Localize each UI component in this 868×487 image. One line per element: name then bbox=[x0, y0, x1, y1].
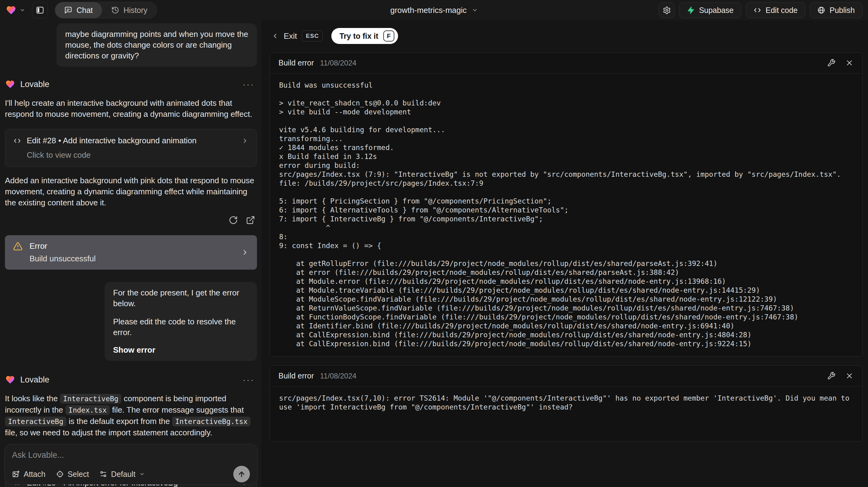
assistant-name: Lovable bbox=[20, 375, 50, 385]
build-error-panel-1-header: Build error 11/08/2024 bbox=[270, 53, 862, 73]
tab-chat[interactable]: Chat bbox=[55, 2, 102, 19]
panel-left-icon bbox=[36, 6, 44, 14]
build-error-log-2: src/pages/Index.tsx(7,10): error TS2614:… bbox=[270, 387, 862, 441]
chevron-left-icon bbox=[271, 32, 279, 40]
assistant-paragraph: I'll help create an interactive backgrou… bbox=[5, 97, 257, 120]
model-selector[interactable]: Default bbox=[99, 470, 145, 479]
lovable-heart-icon bbox=[5, 79, 16, 89]
chat-history-tabs: Chat History bbox=[55, 2, 157, 19]
exit-label: Exit bbox=[284, 31, 297, 41]
error-card-title: Error bbox=[30, 241, 96, 251]
send-button[interactable] bbox=[233, 466, 250, 482]
tab-history[interactable]: History bbox=[102, 2, 157, 19]
supabase-label: Supabase bbox=[699, 6, 734, 15]
settings-button[interactable] bbox=[659, 2, 675, 18]
error-overlay-header: Exit ESC Try to fix it F bbox=[262, 20, 868, 45]
assistant-paragraph-text: I'll help create an interactive backgrou… bbox=[5, 98, 252, 119]
edit-28-card[interactable]: Edit #28 • Add interactive background an… bbox=[5, 129, 257, 167]
build-error-log-1: Build was unsuccessful > vite_react_shad… bbox=[270, 73, 862, 356]
error-overlay-panel: Exit ESC Try to fix it F Build error 11/… bbox=[262, 20, 868, 487]
user-message-1-text: maybe diagramming points and when you mo… bbox=[65, 30, 248, 60]
assistant-paragraph-text: Added an interactive background with pin… bbox=[5, 176, 254, 207]
show-error-link[interactable]: Show error bbox=[113, 345, 155, 356]
publish-label: Publish bbox=[830, 6, 855, 15]
chevron-down-icon bbox=[471, 7, 478, 13]
inline-code: Index.tsx bbox=[65, 405, 110, 415]
globe-icon bbox=[817, 6, 825, 14]
esc-key-badge: ESC bbox=[302, 30, 323, 41]
chevron-right-icon bbox=[241, 137, 249, 145]
supabase-icon bbox=[687, 6, 695, 14]
user-message-2: For the code present, I get the error be… bbox=[104, 282, 257, 361]
chat-panel: maybe diagramming points and when you mo… bbox=[0, 20, 262, 487]
message-actions bbox=[5, 215, 257, 225]
sliders-icon bbox=[99, 470, 107, 478]
assistant-paragraph: Added an interactive background with pin… bbox=[5, 175, 257, 208]
supabase-button[interactable]: Supabase bbox=[679, 2, 741, 18]
select-element-button[interactable]: Select bbox=[56, 470, 89, 479]
edit-28-title: Edit #28 • Add interactive background an… bbox=[27, 136, 197, 145]
assistant-message-header: Lovable ··· bbox=[5, 79, 257, 89]
close-icon[interactable] bbox=[845, 59, 854, 67]
exit-button[interactable]: Exit ESC bbox=[271, 30, 323, 41]
build-error-panel-1: Build error 11/08/2024 Build was unsucce… bbox=[270, 52, 863, 357]
panel-title: Build error bbox=[278, 58, 314, 67]
more-options-icon[interactable]: ··· bbox=[243, 79, 254, 89]
close-icon[interactable] bbox=[845, 372, 854, 380]
user-message-2-line1: For the code present, I get the error be… bbox=[113, 287, 248, 309]
top-bar: Chat History growth-metrics-magic Supab bbox=[0, 0, 868, 20]
edit-code-label: Edit code bbox=[766, 6, 798, 15]
edit-28-subtitle: Click to view code bbox=[27, 150, 249, 160]
user-message-1: maybe diagramming points and when you mo… bbox=[57, 23, 257, 67]
restore-icon[interactable] bbox=[229, 215, 238, 225]
warning-triangle-icon bbox=[13, 241, 23, 251]
tab-chat-label: Chat bbox=[76, 6, 93, 15]
lovable-heart-icon bbox=[5, 5, 17, 16]
chevron-down-icon bbox=[139, 471, 145, 477]
more-options-icon[interactable]: ··· bbox=[243, 374, 254, 385]
user-message-2-line2: Please edit the code to resolve the erro… bbox=[113, 316, 248, 338]
assistant-name: Lovable bbox=[20, 80, 50, 89]
panel-date: 11/08/2024 bbox=[320, 372, 356, 380]
inline-code: InteractiveBg bbox=[5, 417, 66, 426]
assistant-message-header: Lovable ··· bbox=[5, 374, 257, 385]
publish-button[interactable]: Publish bbox=[810, 2, 863, 18]
chevron-down-icon bbox=[20, 7, 25, 13]
build-log-text: Build was unsuccessful > vite_react_shad… bbox=[279, 81, 853, 348]
chat-input[interactable] bbox=[12, 450, 250, 464]
image-plus-icon bbox=[12, 470, 20, 478]
build-error-card[interactable]: Error Build unsuccessful bbox=[5, 235, 257, 270]
build-error-panel-2: Build error 11/08/2024 src/pages/Index.t… bbox=[270, 365, 863, 442]
attach-button[interactable]: Attach bbox=[12, 470, 45, 479]
fix-wrench-icon[interactable] bbox=[827, 372, 835, 380]
panel-title: Build error bbox=[278, 371, 314, 380]
sidebar-toggle-button[interactable] bbox=[32, 2, 48, 18]
tab-history-label: History bbox=[124, 6, 148, 15]
fix-wrench-icon[interactable] bbox=[827, 59, 835, 67]
chat-input-box: Attach Select Default bbox=[4, 444, 257, 485]
inline-code: InteractiveBg bbox=[60, 394, 121, 404]
try-to-fix-button[interactable]: Try to fix it F bbox=[331, 28, 398, 44]
code-brackets-icon bbox=[753, 6, 761, 14]
chevron-right-icon bbox=[241, 248, 249, 256]
code-brackets-icon bbox=[13, 137, 21, 145]
open-external-icon[interactable] bbox=[246, 215, 255, 225]
build-error-panel-2-header: Build error 11/08/2024 bbox=[270, 366, 862, 387]
gear-icon bbox=[663, 6, 671, 14]
build-log-text: src/pages/Index.tsx(7,10): error TS2614:… bbox=[279, 394, 853, 412]
lovable-heart-icon bbox=[5, 375, 16, 385]
lovable-logo-menu[interactable] bbox=[5, 5, 25, 16]
inline-code: InteractiveBg.tsx bbox=[172, 417, 250, 426]
assistant-paragraph: It looks like the InteractiveBg componen… bbox=[5, 393, 257, 438]
topbar-actions: Supabase Edit code Publish bbox=[659, 2, 863, 18]
history-icon bbox=[111, 6, 119, 14]
panel-date: 11/08/2024 bbox=[320, 59, 356, 67]
chat-bubble-icon bbox=[64, 6, 72, 14]
arrow-up-icon bbox=[237, 470, 246, 478]
error-card-subtitle: Build unsuccessful bbox=[30, 254, 96, 264]
project-name: growth-metrics-magic bbox=[390, 5, 467, 15]
edit-code-button[interactable]: Edit code bbox=[746, 2, 805, 18]
project-selector[interactable]: growth-metrics-magic bbox=[390, 0, 478, 20]
target-icon bbox=[56, 470, 64, 478]
f-key-badge: F bbox=[383, 30, 394, 41]
